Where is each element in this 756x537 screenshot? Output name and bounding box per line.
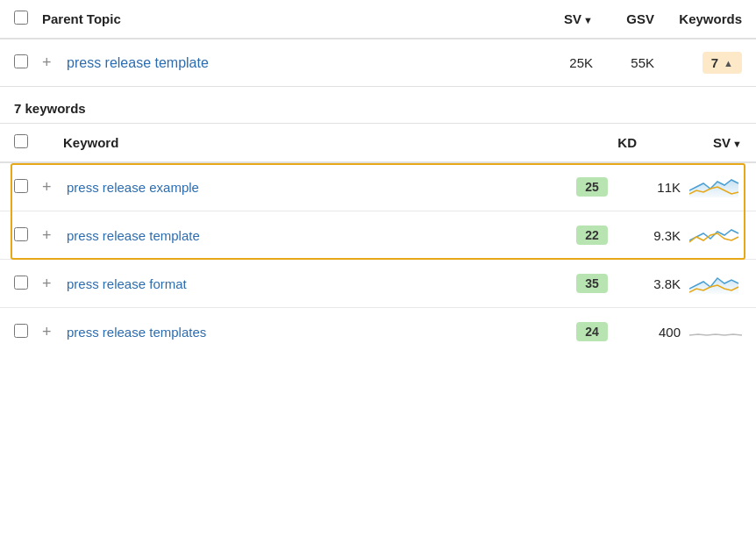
sv-header[interactable]: SV▼ [523,11,593,26]
kw-sv-4: 400 [628,325,681,340]
kw-row-checkbox-1[interactable] [14,179,28,193]
highlighted-rows-wrapper: + press release example 25 11K [0,163,756,260]
keyword-row: + press release format 35 3.8K [0,260,756,308]
kw-row-checkbox-wrapper[interactable] [14,227,35,244]
keyword-row: + press release example 25 11K [0,163,756,211]
kw-row-plus-icon-4[interactable]: + [42,323,60,341]
kw-row-checkbox-4[interactable] [14,324,28,338]
keywords-expand-button[interactable]: 7 ▲ [703,52,742,74]
kw-sv-1: 11K [628,180,681,195]
keywords-subheader: Keyword KD SV▼ [0,124,756,163]
parent-topic-header-label: Parent Topic [42,11,523,26]
kw-row-checkbox-wrapper[interactable] [14,179,35,196]
kw-header-kd-label: KD [567,135,637,150]
kw-header-keyword-label: Keyword [63,135,567,150]
kw-header-checkbox[interactable] [14,134,28,148]
kw-row-plus-icon-2[interactable]: + [42,226,60,245]
keyword-link-3[interactable]: press release format [67,276,572,291]
keyword-row: + press release template 22 9.3K [0,211,756,260]
keyword-row: + press release templates 24 400 [0,308,756,355]
kd-badge-2: 22 [572,226,612,245]
kw-sv-sort-arrow: ▼ [732,139,742,149]
kw-row-plus-icon-1[interactable]: + [42,178,60,197]
kd-badge-4: 24 [572,322,612,341]
keyword-link-1[interactable]: press release example [67,180,572,195]
kw-sv-3: 3.8K [628,276,681,291]
section-label: 7 keywords [0,87,756,124]
parent-row-checkbox[interactable] [14,54,28,68]
parent-row-gsv: 55K [593,55,654,70]
parent-topic-row: + press release template 25K 55K 7 ▲ [0,39,756,87]
parent-topic-link[interactable]: press release template [67,55,523,71]
kw-header-sv-label: SV▼ [637,135,742,150]
gsv-header: GSV [593,11,654,26]
keyword-link-2[interactable]: press release template [67,228,572,243]
sparkline-4 [689,319,742,344]
header-checkbox[interactable] [14,11,28,25]
keywords-badge-wrapper[interactable]: 7 ▲ [654,52,742,74]
kw-row-checkbox-2[interactable] [14,227,28,241]
parent-topic-header: Parent Topic SV▼ GSV Keywords [0,0,756,39]
kw-header-checkbox-wrapper[interactable] [14,134,35,151]
kd-pill-4: 24 [576,322,608,341]
kw-row-plus-icon-3[interactable]: + [42,275,60,293]
kd-badge-1: 25 [572,177,612,197]
keyword-link-4[interactable]: press release templates [67,325,572,340]
sparkline-2 [689,223,742,247]
parent-row-checkbox-wrapper[interactable] [14,54,35,71]
kd-pill-3: 35 [576,274,608,293]
kw-row-checkbox-wrapper[interactable] [14,324,35,340]
kd-pill-1: 25 [576,177,608,197]
kw-row-checkbox-3[interactable] [14,276,28,290]
keywords-header-label: Keywords [654,11,742,26]
sparkline-1 [689,175,742,199]
keywords-count: 7 [711,55,718,70]
kw-row-checkbox-wrapper[interactable] [14,276,35,292]
expand-arrow-icon: ▲ [724,58,733,68]
parent-row-sv: 25K [523,55,593,70]
kw-sv-2: 9.3K [628,228,681,243]
kd-badge-3: 35 [572,274,612,293]
sparkline-3 [689,271,742,296]
header-checkbox-wrapper[interactable] [14,11,35,27]
main-table: Parent Topic SV▼ GSV Keywords + press re… [0,0,756,355]
sv-sort-arrow: ▼ [583,15,593,25]
kd-pill-2: 22 [576,226,608,245]
parent-row-plus-icon[interactable]: + [42,54,60,72]
